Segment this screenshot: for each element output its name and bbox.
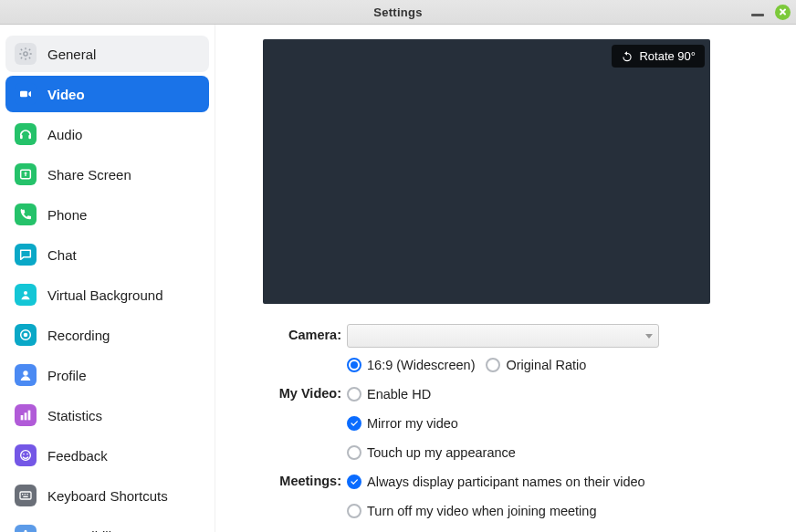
option-label: Mirror my video bbox=[367, 416, 458, 431]
sidebar-item-label: Keyboard Shortcuts bbox=[47, 488, 168, 504]
headphones-icon bbox=[15, 123, 37, 145]
meetings-label: Meetings: bbox=[263, 470, 347, 488]
app-body: General Video Audio Share Screen Phone bbox=[0, 25, 796, 532]
sidebar-item-label: Virtual Background bbox=[47, 287, 162, 303]
svg-point-5 bbox=[24, 291, 27, 295]
virtual-bg-icon bbox=[15, 284, 37, 306]
sidebar-item-label: Share Screen bbox=[47, 167, 131, 183]
mirror-video-checkbox[interactable]: Mirror my video bbox=[347, 416, 458, 431]
sidebar-item-label: Statistics bbox=[47, 408, 102, 423]
chat-icon bbox=[15, 244, 37, 266]
close-button[interactable] bbox=[775, 5, 791, 20]
checkbox-icon bbox=[347, 416, 361, 431]
svg-rect-2 bbox=[20, 135, 23, 140]
svg-rect-9 bbox=[21, 415, 24, 420]
empty-label bbox=[263, 441, 347, 444]
turn-off-video-checkbox[interactable]: Turn off my video when joining meeting bbox=[347, 504, 596, 518]
window-controls bbox=[751, 0, 791, 24]
empty-label bbox=[263, 499, 347, 503]
sidebar-item-label: Video bbox=[47, 87, 85, 102]
option-label: Always display participant names on thei… bbox=[367, 475, 645, 489]
sidebar-item-chat[interactable]: Chat bbox=[5, 236, 209, 273]
sidebar-item-statistics[interactable]: Statistics bbox=[5, 397, 209, 433]
feedback-icon bbox=[15, 444, 37, 466]
sidebar-item-label: Accessibility bbox=[47, 528, 122, 533]
svg-rect-18 bbox=[26, 494, 27, 495]
video-icon bbox=[15, 83, 37, 105]
minimize-button[interactable] bbox=[751, 14, 764, 16]
settings-sidebar: General Video Audio Share Screen Phone bbox=[0, 25, 215, 532]
radio-icon bbox=[347, 358, 361, 372]
touch-up-checkbox[interactable]: Touch up my appearance bbox=[347, 445, 516, 460]
sidebar-item-video[interactable]: Video bbox=[5, 76, 209, 112]
sidebar-item-keyboard-shortcuts[interactable]: Keyboard Shortcuts bbox=[5, 477, 209, 514]
svg-point-13 bbox=[23, 454, 25, 455]
svg-point-0 bbox=[24, 52, 27, 56]
checkbox-icon bbox=[347, 387, 361, 402]
svg-rect-17 bbox=[25, 494, 26, 495]
option-label: Touch up my appearance bbox=[367, 445, 516, 460]
checkbox-icon bbox=[347, 504, 361, 518]
camera-select[interactable] bbox=[347, 324, 659, 348]
sidebar-item-label: General bbox=[47, 47, 96, 62]
accessibility-icon bbox=[15, 525, 37, 532]
svg-rect-3 bbox=[28, 135, 31, 140]
checkbox-icon bbox=[347, 475, 361, 489]
svg-rect-11 bbox=[28, 411, 31, 421]
sidebar-item-recording[interactable]: Recording bbox=[5, 317, 209, 353]
gear-icon bbox=[15, 43, 37, 65]
radio-icon bbox=[486, 358, 500, 372]
sidebar-item-audio[interactable]: Audio bbox=[5, 116, 209, 152]
svg-rect-1 bbox=[20, 91, 27, 98]
svg-rect-16 bbox=[22, 494, 23, 495]
my-video-label: My Video: bbox=[263, 382, 347, 401]
display-names-checkbox[interactable]: Always display participant names on thei… bbox=[347, 475, 645, 489]
sidebar-item-label: Audio bbox=[47, 127, 82, 142]
rotate-label: Rotate 90° bbox=[639, 49, 696, 63]
sidebar-item-label: Profile bbox=[47, 368, 87, 383]
statistics-icon bbox=[15, 404, 37, 426]
sidebar-item-profile[interactable]: Profile bbox=[5, 357, 209, 393]
settings-content: Rotate 90° Camera: 16:9 (Widescreen) bbox=[215, 25, 796, 532]
sidebar-item-phone[interactable]: Phone bbox=[5, 196, 209, 233]
rotate-icon bbox=[621, 50, 634, 63]
sidebar-item-label: Phone bbox=[47, 207, 87, 223]
sidebar-item-accessibility[interactable]: Accessibility bbox=[5, 517, 209, 532]
sidebar-item-label: Chat bbox=[47, 247, 77, 263]
share-screen-icon bbox=[15, 163, 37, 185]
chevron-down-icon bbox=[645, 334, 653, 339]
sidebar-item-feedback[interactable]: Feedback bbox=[5, 437, 209, 474]
empty-label bbox=[263, 353, 347, 357]
option-label: Turn off my video when joining meeting bbox=[367, 504, 596, 518]
option-label: Original Ratio bbox=[506, 358, 586, 372]
aspect-original-radio[interactable]: Original Ratio bbox=[486, 358, 586, 372]
checkbox-icon bbox=[347, 445, 361, 460]
svg-point-7 bbox=[24, 333, 28, 338]
camera-label: Camera: bbox=[263, 324, 347, 342]
rotate-90-button[interactable]: Rotate 90° bbox=[612, 45, 705, 68]
sidebar-item-share-screen[interactable]: Share Screen bbox=[5, 156, 209, 193]
sidebar-item-label: Feedback bbox=[47, 448, 108, 464]
svg-rect-15 bbox=[20, 492, 31, 499]
phone-icon bbox=[15, 203, 37, 225]
svg-rect-10 bbox=[25, 412, 27, 420]
empty-label bbox=[263, 412, 347, 415]
recording-icon bbox=[15, 324, 37, 346]
option-label: 16:9 (Widescreen) bbox=[367, 358, 475, 372]
titlebar: Settings bbox=[0, 0, 796, 25]
video-preview: Rotate 90° bbox=[263, 39, 710, 304]
video-settings-form: Camera: 16:9 (Widescreen) Original Ratio bbox=[263, 324, 774, 532]
svg-rect-19 bbox=[23, 496, 27, 497]
aspect-widescreen-radio[interactable]: 16:9 (Widescreen) bbox=[347, 358, 475, 372]
empty-label bbox=[263, 528, 347, 532]
profile-icon bbox=[15, 364, 37, 386]
option-label: Enable HD bbox=[367, 387, 431, 402]
sidebar-item-label: Recording bbox=[47, 328, 110, 343]
svg-point-8 bbox=[23, 370, 27, 375]
window-title: Settings bbox=[0, 5, 796, 19]
svg-point-14 bbox=[26, 454, 28, 455]
sidebar-item-virtual-background[interactable]: Virtual Background bbox=[5, 276, 209, 313]
keyboard-icon bbox=[15, 485, 37, 506]
enable-hd-checkbox[interactable]: Enable HD bbox=[347, 387, 431, 402]
sidebar-item-general[interactable]: General bbox=[5, 36, 209, 72]
